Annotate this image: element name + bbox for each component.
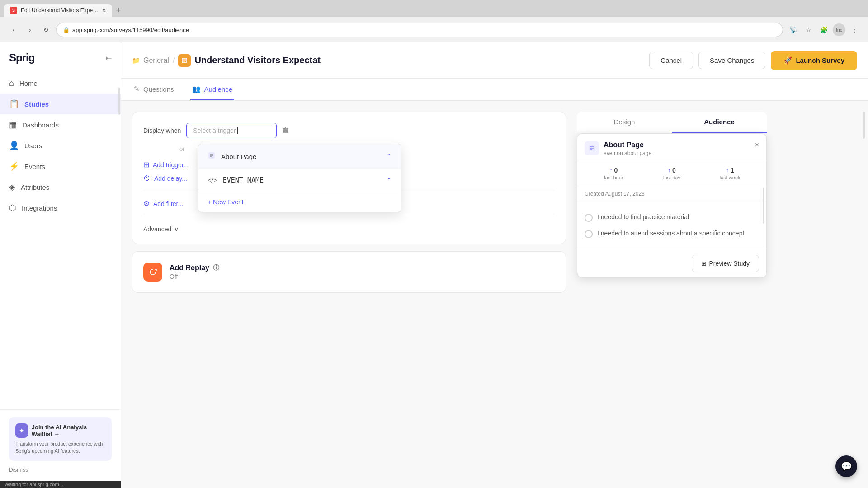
integrations-icon: ⬡	[9, 203, 16, 213]
new-event-button[interactable]: + New Event	[198, 192, 401, 212]
add-delay-icon: ⏱	[143, 174, 151, 183]
dropdown-item-about-page[interactable]: About Page ⌃	[198, 144, 401, 169]
preview-label: Preview Study	[709, 260, 750, 267]
sidebar-item-studies[interactable]: 📋 Studies	[0, 94, 121, 114]
popup-body: I needed to find practice material I nee…	[577, 202, 766, 249]
refresh-button[interactable]: ↻	[40, 23, 52, 36]
stat-hour-arrow: ↑	[609, 167, 612, 174]
preview-study-button[interactable]: ⊞ Preview Study	[692, 255, 759, 272]
popup-close-button[interactable]: ×	[755, 141, 759, 149]
tab-close-button[interactable]: ×	[102, 7, 106, 14]
sidebar-item-dashboards[interactable]: ▦ Dashboards	[0, 114, 121, 135]
sidebar-item-label: Dashboards	[22, 121, 59, 129]
about-page-label: About Page	[221, 153, 256, 160]
stat-week-label: last week	[701, 175, 759, 180]
delete-trigger-icon[interactable]: 🗑	[282, 127, 289, 135]
right-panel: Design Audience About Page even on about…	[577, 112, 767, 477]
browser-tabs: S Edit Understand Visitors Expecta... × …	[0, 0, 868, 17]
sidebar-item-label: Attributes	[21, 183, 49, 191]
panel-scrollbar[interactable]	[863, 112, 865, 477]
preview-icon: ⊞	[701, 260, 707, 267]
option-2: I needed to attend sessions about a spec…	[585, 225, 759, 242]
back-button[interactable]: ‹	[7, 23, 20, 36]
body-area: Display when Select a trigger 🗑 or ⊞ Add…	[121, 101, 868, 488]
sidebar-item-home[interactable]: ⌂ Home	[0, 73, 121, 94]
stat-day-value: 0	[672, 167, 676, 174]
trigger-row: Display when Select a trigger 🗑	[143, 123, 555, 138]
event-name-chevron-icon: ⌃	[387, 177, 392, 184]
tab-favicon: S	[10, 7, 17, 14]
radio-1[interactable]	[585, 214, 593, 222]
ai-title-text[interactable]: Join the AI Analysis Waitlist →	[32, 424, 105, 437]
sidebar-item-integrations[interactable]: ⬡ Integrations	[0, 197, 121, 218]
about-page-icon	[208, 151, 216, 161]
studies-icon: 📋	[9, 99, 19, 109]
sidebar-item-label: Events	[24, 163, 45, 170]
replay-help-icon[interactable]: ⓘ	[213, 264, 219, 272]
replay-icon	[143, 263, 162, 282]
replay-card: Add Replay ⓘ Off	[132, 251, 566, 293]
about-page-chevron-icon: ⌃	[387, 153, 392, 160]
popup-subtitle-text: even on about page	[604, 150, 651, 156]
status-bar: Waiting for api.sprig.com...	[0, 481, 121, 488]
url-text: app.sprig.com/surveys/115990/edit/audien…	[72, 27, 189, 33]
ai-desc-text: Transform your product experience with S…	[15, 441, 105, 455]
tab-audience[interactable]: 👥 Audience	[190, 79, 235, 100]
advanced-row[interactable]: Advanced ∨	[143, 225, 555, 233]
audience-panel: Display when Select a trigger 🗑 or ⊞ Add…	[132, 112, 566, 477]
launch-icon: 🚀	[783, 56, 792, 65]
breadcrumb: 📁 General / Understand Visitors Expectat	[132, 54, 321, 67]
address-bar[interactable]: 🔒 app.sprig.com/surveys/115990/edit/audi…	[56, 23, 783, 37]
extensions-button[interactable]: 🧩	[817, 23, 830, 36]
launch-label: Launch Survey	[796, 56, 844, 64]
advanced-chevron-icon: ∨	[174, 225, 179, 233]
bookmark-button[interactable]: ☆	[802, 23, 815, 36]
cast-button[interactable]: 📡	[787, 23, 799, 36]
popup-title-area: About Page even on about page	[604, 141, 651, 156]
sidebar-collapse-button[interactable]: ⇤	[106, 54, 112, 62]
replay-content: Add Replay ⓘ Off	[170, 264, 555, 280]
radio-2[interactable]	[585, 230, 593, 238]
stat-last-week: ↑ 1 last week	[701, 167, 759, 180]
event-name-label: EVENT_NAME	[223, 176, 264, 184]
profile-button[interactable]: Inc	[833, 23, 845, 36]
cancel-button[interactable]: Cancel	[649, 52, 693, 69]
trigger-dropdown: About Page ⌃ </> EVENT_NAME ⌃ + New Even…	[198, 144, 401, 212]
active-tab[interactable]: S Edit Understand Visitors Expecta... ×	[4, 4, 112, 17]
sidebar-item-events[interactable]: ⚡ Events	[0, 156, 121, 177]
popup-scrollbar[interactable]	[763, 188, 764, 224]
tab-questions[interactable]: ✎ Questions	[132, 79, 176, 100]
launch-button[interactable]: 🚀 Launch Survey	[771, 51, 857, 70]
add-delay-label: Add delay...	[154, 175, 187, 182]
dropdown-item-event-name[interactable]: </> EVENT_NAME ⌃	[198, 169, 401, 192]
breadcrumb-separator: /	[173, 56, 175, 65]
chat-button[interactable]: 💬	[835, 455, 857, 477]
popup-header: About Page even on about page ×	[577, 134, 766, 161]
survey-title: Understand Visitors Expectat	[194, 55, 321, 66]
menu-button[interactable]: ⋮	[848, 23, 861, 36]
questions-tab-icon: ✎	[134, 85, 140, 93]
ai-card-header: ✦ Join the AI Analysis Waitlist →	[15, 423, 105, 438]
forward-button[interactable]: ›	[24, 23, 36, 36]
sidebar-header: Sprig ⇤	[0, 42, 121, 69]
trigger-input[interactable]: Select a trigger	[186, 123, 277, 138]
save-button[interactable]: Save Changes	[698, 52, 765, 69]
new-tab-button[interactable]: +	[112, 4, 125, 17]
add-filter-label: Add filter...	[153, 200, 183, 207]
panel-scrollbar-thumb	[863, 112, 865, 139]
stat-last-hour: ↑ 0 last hour	[585, 167, 643, 180]
replay-title: Add Replay ⓘ	[170, 264, 555, 272]
popup-title-text: About Page	[604, 141, 651, 149]
design-audience-tabs: Design Audience	[577, 112, 767, 133]
dismiss-link[interactable]: Dismiss	[9, 467, 28, 473]
status-text: Waiting for api.sprig.com...	[5, 482, 63, 487]
sidebar-item-users[interactable]: 👤 Users	[0, 135, 121, 156]
sidebar-logo: Sprig	[9, 52, 34, 64]
breadcrumb-folder-text: General	[143, 56, 169, 65]
sidebar-scrollbar[interactable]	[118, 42, 121, 488]
sidebar-item-attributes[interactable]: ◈ Attributes	[0, 177, 121, 197]
audience-tab-right[interactable]: Audience	[672, 112, 767, 133]
dashboards-icon: ▦	[9, 120, 17, 130]
design-tab[interactable]: Design	[577, 112, 672, 133]
sidebar-item-label: Integrations	[22, 204, 57, 212]
